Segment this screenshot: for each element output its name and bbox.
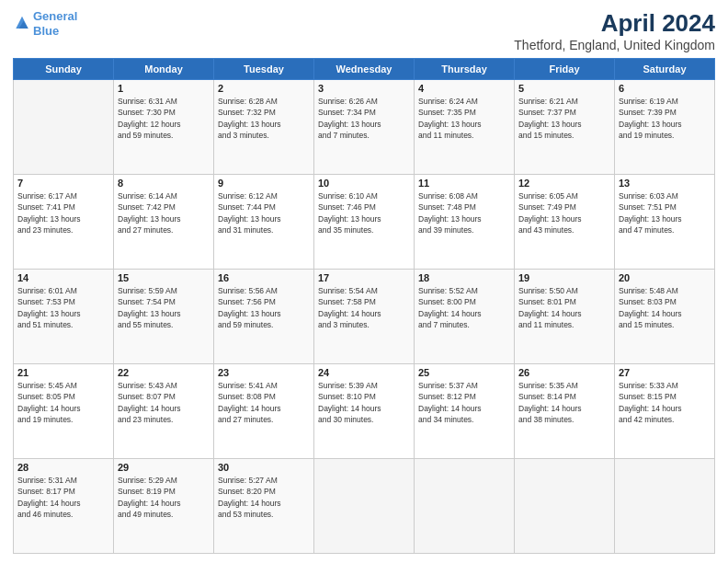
week-row-1: 1Sunrise: 6:31 AM Sunset: 7:30 PM Daylig… bbox=[14, 80, 715, 175]
day-detail: Sunrise: 5:39 AM Sunset: 8:10 PM Dayligh… bbox=[318, 380, 410, 425]
day-detail: Sunrise: 6:05 AM Sunset: 7:49 PM Dayligh… bbox=[518, 190, 610, 236]
calendar-cell: 10Sunrise: 6:10 AM Sunset: 7:46 PM Dayli… bbox=[314, 175, 415, 270]
day-detail: Sunrise: 5:43 AM Sunset: 8:07 PM Dayligh… bbox=[118, 380, 210, 425]
day-detail: Sunrise: 5:54 AM Sunset: 7:58 PM Dayligh… bbox=[318, 285, 410, 330]
day-detail: Sunrise: 5:33 AM Sunset: 8:15 PM Dayligh… bbox=[619, 380, 711, 425]
day-number: 8 bbox=[118, 178, 210, 189]
day-number: 25 bbox=[418, 367, 510, 378]
calendar-cell: 12Sunrise: 6:05 AM Sunset: 7:49 PM Dayli… bbox=[515, 175, 615, 270]
day-number: 10 bbox=[318, 178, 410, 189]
week-row-4: 21Sunrise: 5:45 AM Sunset: 8:05 PM Dayli… bbox=[14, 364, 715, 459]
day-number: 3 bbox=[318, 83, 410, 94]
calendar-cell: 14Sunrise: 6:01 AM Sunset: 7:53 PM Dayli… bbox=[14, 270, 114, 364]
day-detail: Sunrise: 5:27 AM Sunset: 8:20 PM Dayligh… bbox=[218, 475, 310, 520]
calendar-cell: 25Sunrise: 5:37 AM Sunset: 8:12 PM Dayli… bbox=[415, 364, 515, 459]
day-number: 17 bbox=[318, 272, 410, 283]
logo-blue: Blue bbox=[33, 24, 59, 38]
calendar-cell: 29Sunrise: 5:29 AM Sunset: 8:19 PM Dayli… bbox=[114, 459, 214, 554]
day-number: 20 bbox=[619, 272, 711, 283]
day-number: 5 bbox=[518, 83, 610, 94]
day-detail: Sunrise: 5:48 AM Sunset: 8:03 PM Dayligh… bbox=[619, 285, 711, 330]
calendar-cell: 17Sunrise: 5:54 AM Sunset: 7:58 PM Dayli… bbox=[314, 270, 415, 364]
calendar-table: SundayMondayTuesdayWednesdayThursdayFrid… bbox=[13, 58, 715, 554]
calendar-cell: 30Sunrise: 5:27 AM Sunset: 8:20 PM Dayli… bbox=[214, 459, 314, 554]
day-number: 6 bbox=[619, 83, 711, 94]
title-block: April 2024 Thetford, England, United Kin… bbox=[514, 9, 715, 52]
day-detail: Sunrise: 5:50 AM Sunset: 8:01 PM Dayligh… bbox=[518, 285, 610, 330]
day-number: 28 bbox=[17, 462, 109, 473]
week-row-2: 7Sunrise: 6:17 AM Sunset: 7:41 PM Daylig… bbox=[14, 175, 715, 270]
day-detail: Sunrise: 5:29 AM Sunset: 8:19 PM Dayligh… bbox=[118, 475, 210, 520]
calendar-cell: 16Sunrise: 5:56 AM Sunset: 7:56 PM Dayli… bbox=[214, 270, 314, 364]
calendar-cell: 6Sunrise: 6:19 AM Sunset: 7:39 PM Daylig… bbox=[615, 80, 715, 175]
week-row-3: 14Sunrise: 6:01 AM Sunset: 7:53 PM Dayli… bbox=[14, 270, 715, 364]
day-number: 1 bbox=[118, 83, 210, 94]
day-detail: Sunrise: 6:01 AM Sunset: 7:53 PM Dayligh… bbox=[17, 285, 109, 330]
calendar-cell: 21Sunrise: 5:45 AM Sunset: 8:05 PM Dayli… bbox=[14, 364, 114, 459]
day-detail: Sunrise: 5:31 AM Sunset: 8:17 PM Dayligh… bbox=[17, 475, 109, 520]
day-number: 18 bbox=[418, 272, 510, 283]
day-number: 27 bbox=[619, 367, 711, 378]
day-detail: Sunrise: 5:37 AM Sunset: 8:12 PM Dayligh… bbox=[418, 380, 510, 425]
day-header-monday: Monday bbox=[114, 59, 214, 80]
day-number: 21 bbox=[17, 367, 109, 378]
logo: General Blue bbox=[13, 9, 77, 38]
day-detail: Sunrise: 5:45 AM Sunset: 8:05 PM Dayligh… bbox=[17, 380, 109, 425]
day-detail: Sunrise: 6:14 AM Sunset: 7:42 PM Dayligh… bbox=[118, 190, 210, 236]
day-detail: Sunrise: 6:31 AM Sunset: 7:30 PM Dayligh… bbox=[118, 96, 210, 141]
main-title: April 2024 bbox=[514, 9, 715, 38]
day-header-saturday: Saturday bbox=[615, 59, 715, 80]
day-detail: Sunrise: 6:12 AM Sunset: 7:44 PM Dayligh… bbox=[218, 190, 310, 236]
day-number: 13 bbox=[619, 178, 711, 189]
day-number: 19 bbox=[518, 272, 610, 283]
day-header-friday: Friday bbox=[515, 59, 615, 80]
day-number: 14 bbox=[17, 272, 109, 283]
calendar-cell: 23Sunrise: 5:41 AM Sunset: 8:08 PM Dayli… bbox=[214, 364, 314, 459]
day-detail: Sunrise: 5:35 AM Sunset: 8:14 PM Dayligh… bbox=[518, 380, 610, 425]
calendar-cell: 19Sunrise: 5:50 AM Sunset: 8:01 PM Dayli… bbox=[515, 270, 615, 364]
day-header-thursday: Thursday bbox=[415, 59, 515, 80]
calendar-cell: 5Sunrise: 6:21 AM Sunset: 7:37 PM Daylig… bbox=[515, 80, 615, 175]
day-number: 29 bbox=[118, 462, 210, 473]
calendar-cell bbox=[14, 80, 114, 175]
day-header-sunday: Sunday bbox=[14, 59, 114, 80]
calendar-cell bbox=[615, 459, 715, 554]
logo-icon bbox=[13, 15, 31, 33]
day-number: 26 bbox=[518, 367, 610, 378]
header-row: General Blue April 2024 Thetford, Englan… bbox=[13, 9, 715, 52]
calendar-cell: 8Sunrise: 6:14 AM Sunset: 7:42 PM Daylig… bbox=[114, 175, 214, 270]
day-number: 15 bbox=[118, 272, 210, 283]
day-detail: Sunrise: 6:24 AM Sunset: 7:35 PM Dayligh… bbox=[418, 96, 510, 141]
calendar-cell: 15Sunrise: 5:59 AM Sunset: 7:54 PM Dayli… bbox=[114, 270, 214, 364]
day-number: 2 bbox=[218, 83, 310, 94]
day-detail: Sunrise: 5:41 AM Sunset: 8:08 PM Dayligh… bbox=[218, 380, 310, 425]
day-number: 9 bbox=[218, 178, 310, 189]
calendar-cell: 13Sunrise: 6:03 AM Sunset: 7:51 PM Dayli… bbox=[615, 175, 715, 270]
calendar-cell: 28Sunrise: 5:31 AM Sunset: 8:17 PM Dayli… bbox=[14, 459, 114, 554]
week-row-5: 28Sunrise: 5:31 AM Sunset: 8:17 PM Dayli… bbox=[14, 459, 715, 554]
day-number: 30 bbox=[218, 462, 310, 473]
day-header-tuesday: Tuesday bbox=[214, 59, 314, 80]
calendar-cell: 18Sunrise: 5:52 AM Sunset: 8:00 PM Dayli… bbox=[415, 270, 515, 364]
day-number: 16 bbox=[218, 272, 310, 283]
day-number: 4 bbox=[418, 83, 510, 94]
day-detail: Sunrise: 6:17 AM Sunset: 7:41 PM Dayligh… bbox=[17, 190, 109, 236]
calendar-cell: 2Sunrise: 6:28 AM Sunset: 7:32 PM Daylig… bbox=[214, 80, 314, 175]
calendar-cell: 27Sunrise: 5:33 AM Sunset: 8:15 PM Dayli… bbox=[615, 364, 715, 459]
day-number: 7 bbox=[17, 178, 109, 189]
calendar-cell: 1Sunrise: 6:31 AM Sunset: 7:30 PM Daylig… bbox=[114, 80, 214, 175]
calendar-cell bbox=[515, 459, 615, 554]
day-detail: Sunrise: 6:03 AM Sunset: 7:51 PM Dayligh… bbox=[619, 190, 711, 236]
day-number: 23 bbox=[218, 367, 310, 378]
day-number: 22 bbox=[118, 367, 210, 378]
calendar-cell: 7Sunrise: 6:17 AM Sunset: 7:41 PM Daylig… bbox=[14, 175, 114, 270]
day-detail: Sunrise: 6:10 AM Sunset: 7:46 PM Dayligh… bbox=[318, 190, 410, 236]
day-number: 24 bbox=[318, 367, 410, 378]
day-detail: Sunrise: 6:19 AM Sunset: 7:39 PM Dayligh… bbox=[619, 96, 711, 141]
subtitle: Thetford, England, United Kingdom bbox=[514, 38, 715, 52]
day-detail: Sunrise: 6:21 AM Sunset: 7:37 PM Dayligh… bbox=[518, 96, 610, 141]
day-number: 11 bbox=[418, 178, 510, 189]
day-detail: Sunrise: 6:26 AM Sunset: 7:34 PM Dayligh… bbox=[318, 96, 410, 141]
day-detail: Sunrise: 5:56 AM Sunset: 7:56 PM Dayligh… bbox=[218, 285, 310, 330]
calendar-cell: 22Sunrise: 5:43 AM Sunset: 8:07 PM Dayli… bbox=[114, 364, 214, 459]
